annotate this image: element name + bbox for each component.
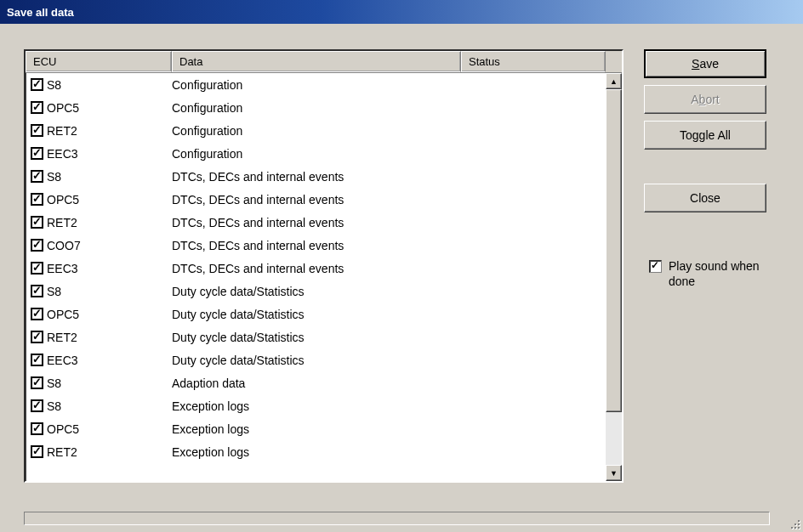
row-checkbox[interactable]	[31, 331, 43, 343]
row-checkbox[interactable]	[31, 422, 43, 435]
row-checkbox[interactable]	[31, 124, 43, 137]
table-row[interactable]: EEC3Configuration	[26, 142, 606, 165]
row-ecu-label: S8	[47, 399, 61, 413]
row-data-label: Duty cycle data/Statistics	[172, 308, 461, 321]
row-ecu-label: OPC5	[47, 193, 79, 207]
column-header-status[interactable]: Status	[461, 51, 606, 72]
row-checkbox[interactable]	[31, 147, 43, 160]
row-checkbox[interactable]	[31, 376, 43, 389]
row-data-label: Duty cycle data/Statistics	[172, 354, 461, 367]
scroll-up-button[interactable]: ▲	[606, 73, 622, 89]
row-checkbox[interactable]	[31, 354, 43, 366]
row-checkbox[interactable]	[31, 445, 43, 458]
column-header-data[interactable]: Data	[172, 51, 461, 72]
row-checkbox[interactable]	[31, 308, 43, 320]
titlebar[interactable]: Save all data	[0, 0, 803, 24]
row-checkbox[interactable]	[31, 193, 43, 206]
table-row[interactable]: RET2Exception logs	[26, 440, 606, 463]
listview-header: ECU Data Status	[26, 51, 622, 73]
play-sound-option[interactable]: Play sound when done	[644, 255, 766, 289]
row-ecu-label: S8	[47, 170, 61, 184]
save-button[interactable]: Save	[644, 49, 766, 78]
table-row[interactable]: OPC5DTCs, DECs and internal events	[26, 188, 606, 211]
table-row[interactable]: S8Exception logs	[26, 394, 606, 417]
row-checkbox[interactable]	[31, 170, 43, 183]
row-data-label: Adaption data	[172, 376, 461, 390]
listview: ECU Data Status S8ConfigurationOPC5Confi…	[24, 49, 624, 483]
row-ecu-label: COO7	[47, 239, 81, 252]
resize-grip-icon[interactable]	[786, 515, 801, 530]
row-ecu-label: S8	[47, 376, 61, 390]
row-checkbox[interactable]	[31, 78, 43, 91]
close-button[interactable]: Close	[644, 184, 766, 212]
table-row[interactable]: OPC5Configuration	[26, 96, 606, 119]
status-bar	[24, 512, 770, 525]
abort-button: Abort	[644, 85, 766, 114]
row-data-label: DTCs, DECs and internal events	[172, 216, 461, 229]
row-data-label: Configuration	[172, 147, 461, 161]
row-data-label: Exception logs	[172, 422, 461, 436]
row-ecu-label: RET2	[47, 445, 77, 459]
table-row[interactable]: EEC3DTCs, DECs and internal events	[26, 257, 606, 280]
column-header-ecu[interactable]: ECU	[26, 51, 172, 72]
row-checkbox[interactable]	[31, 101, 43, 114]
row-data-label: Exception logs	[172, 445, 461, 459]
table-row[interactable]: OPC5Duty cycle data/Statistics	[26, 303, 606, 325]
scrollbar-vertical[interactable]: ▲ ▼	[606, 73, 622, 481]
window-body: ECU Data Status S8ConfigurationOPC5Confi…	[0, 24, 803, 532]
row-data-label: Configuration	[172, 124, 461, 138]
row-data-label: Exception logs	[172, 399, 461, 413]
table-row[interactable]: S8Adaption data	[26, 371, 606, 394]
scroll-thumb[interactable]	[606, 89, 622, 412]
row-checkbox[interactable]	[31, 262, 43, 274]
table-row[interactable]: EEC3Duty cycle data/Statistics	[26, 348, 606, 371]
table-row[interactable]: COO7DTCs, DECs and internal events	[26, 234, 606, 257]
table-row[interactable]: S8Configuration	[26, 73, 606, 96]
button-panel: Save Abort Toggle All Close Play sound w…	[644, 49, 766, 483]
row-data-label: DTCs, DECs and internal events	[172, 262, 461, 275]
play-sound-label: Play sound when done	[669, 258, 766, 289]
row-ecu-label: EEC3	[47, 262, 78, 275]
row-ecu-label: OPC5	[47, 422, 79, 436]
row-ecu-label: OPC5	[47, 308, 79, 321]
row-data-label: Configuration	[172, 78, 461, 92]
row-ecu-label: RET2	[47, 331, 77, 344]
table-row[interactable]: RET2Duty cycle data/Statistics	[26, 325, 606, 348]
play-sound-checkbox[interactable]	[649, 260, 662, 273]
row-data-label: DTCs, DECs and internal events	[172, 239, 461, 252]
row-checkbox[interactable]	[31, 216, 43, 229]
row-ecu-label: EEC3	[47, 354, 78, 367]
row-data-label: Duty cycle data/Statistics	[172, 285, 461, 298]
row-ecu-label: S8	[47, 285, 61, 298]
row-data-label: DTCs, DECs and internal events	[172, 170, 461, 184]
window-title: Save all data	[7, 6, 74, 19]
table-row[interactable]: RET2Configuration	[26, 119, 606, 142]
row-checkbox[interactable]	[31, 399, 43, 412]
table-row[interactable]: S8Duty cycle data/Statistics	[26, 280, 606, 303]
table-row[interactable]: RET2DTCs, DECs and internal events	[26, 211, 606, 234]
row-ecu-label: S8	[47, 78, 61, 92]
row-ecu-label: RET2	[47, 124, 77, 138]
row-data-label: Configuration	[172, 101, 461, 115]
row-data-label: Duty cycle data/Statistics	[172, 331, 461, 344]
scroll-down-button[interactable]: ▼	[606, 465, 622, 481]
row-data-label: DTCs, DECs and internal events	[172, 193, 461, 207]
row-ecu-label: RET2	[47, 216, 77, 229]
row-ecu-label: OPC5	[47, 101, 79, 115]
table-row[interactable]: OPC5Exception logs	[26, 417, 606, 440]
row-checkbox[interactable]	[31, 239, 43, 252]
table-row[interactable]: S8DTCs, DECs and internal events	[26, 165, 606, 188]
row-checkbox[interactable]	[31, 285, 43, 297]
toggle-all-button[interactable]: Toggle All	[644, 121, 766, 150]
row-ecu-label: EEC3	[47, 147, 78, 161]
listview-body: S8ConfigurationOPC5ConfigurationRET2Conf…	[26, 73, 606, 481]
